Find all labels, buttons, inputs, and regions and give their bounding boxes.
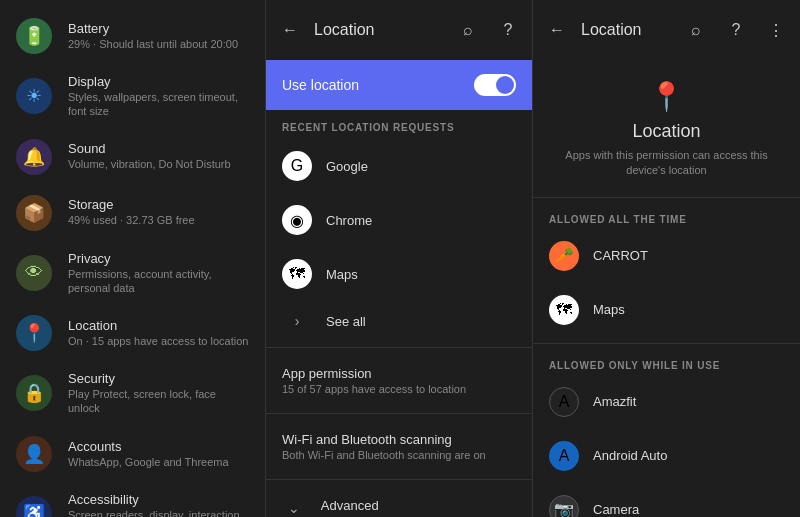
allowed-all-time-label: ALLOWED ALL THE TIME (533, 204, 800, 229)
location-pin-icon: 📍 (549, 80, 784, 113)
amazfit-icon: A (549, 387, 579, 417)
wifi-bt-item[interactable]: Wi-Fi and Bluetooth scanning Both Wi-Fi … (266, 420, 532, 473)
chrome-icon: ◉ (282, 205, 312, 235)
privacy-subtitle: Permissions, account activity, personal … (68, 267, 249, 296)
recent-app-google[interactable]: G Google (266, 139, 532, 193)
allowed-all-carrot[interactable]: 🥕 CARROT (533, 229, 800, 283)
maps-label: Maps (593, 302, 625, 317)
display-icon: ☀ (16, 78, 52, 114)
accounts-subtitle: WhatsApp, Google and Threema (68, 455, 249, 469)
settings-item-accessibility[interactable]: ♿ Accessibility Screen readers, display,… (0, 482, 265, 517)
recent-app-chrome[interactable]: ◉ Chrome (266, 193, 532, 247)
sound-icon: 🔔 (16, 139, 52, 175)
location-hero: 📍 Location Apps with this permission can… (533, 60, 800, 191)
security-subtitle: Play Protect, screen lock, face unlock (68, 387, 249, 416)
divider-3 (266, 479, 532, 480)
settings-item-battery[interactable]: 🔋 Battery 29% · Should last until about … (0, 8, 265, 64)
accounts-title: Accounts (68, 439, 249, 454)
allowed-while-android-auto[interactable]: A Android Auto (533, 429, 800, 483)
recent-app-maps[interactable]: 🗺 Maps (266, 247, 532, 301)
privacy-title: Privacy (68, 251, 249, 266)
accessibility-subtitle: Screen readers, display, interaction con… (68, 508, 249, 517)
location-icon: 📍 (16, 315, 52, 351)
display-title: Display (68, 74, 249, 89)
google-icon: G (282, 151, 312, 181)
sound-title: Sound (68, 141, 249, 156)
more-button-right[interactable]: ⋮ (760, 14, 792, 46)
use-location-toggle[interactable] (474, 74, 516, 96)
right-divider-2 (533, 343, 800, 344)
location-subtitle: On · 15 apps have access to location (68, 334, 249, 348)
divider-2 (266, 413, 532, 414)
wifi-bt-title: Wi-Fi and Bluetooth scanning (282, 432, 516, 447)
accounts-icon: 👤 (16, 436, 52, 472)
chevron-right-icon: › (282, 313, 312, 329)
settings-item-privacy[interactable]: 👁 Privacy Permissions, account activity,… (0, 241, 265, 306)
amazfit-label: Amazfit (593, 394, 636, 409)
battery-subtitle: 29% · Should last until about 20:00 (68, 37, 249, 51)
carrot-icon: 🥕 (549, 241, 579, 271)
battery-icon: 🔋 (16, 18, 52, 54)
security-title: Security (68, 371, 249, 386)
display-subtitle: Styles, wallpapers, screen timeout, font… (68, 90, 249, 119)
help-button-mid[interactable]: ? (492, 14, 524, 46)
sound-subtitle: Volume, vibration, Do Not Disturb (68, 157, 249, 171)
allowed-all-maps[interactable]: 🗺 Maps (533, 283, 800, 337)
advanced-row[interactable]: ⌄ Advanced Emergency Location Service, G… (266, 486, 532, 517)
right-divider-1 (533, 197, 800, 198)
settings-panel-left: 🔋 Battery 29% · Should last until about … (0, 0, 266, 517)
maps-icon: 🗺 (282, 259, 312, 289)
back-button[interactable]: ← (274, 14, 306, 46)
mid-title: Location (314, 21, 444, 39)
security-icon: 🔒 (16, 375, 52, 411)
app-permission-subtitle: 15 of 57 apps have access to location (282, 383, 516, 395)
allowed-while-camera[interactable]: 📷 Camera (533, 483, 800, 517)
android auto-label: Android Auto (593, 448, 667, 463)
allowed-while-amazfit[interactable]: A Amazfit (533, 375, 800, 429)
location-settings-panel: ← Location ⌕ ? Use location RECENT LOCAT… (266, 0, 533, 517)
settings-item-security[interactable]: 🔒 Security Play Protect, screen lock, fa… (0, 361, 265, 426)
android auto-icon: A (549, 441, 579, 471)
use-location-label: Use location (282, 77, 359, 93)
storage-title: Storage (68, 197, 249, 212)
location-hero-desc: Apps with this permission can access thi… (549, 148, 784, 179)
camera-icon: 📷 (549, 495, 579, 517)
wifi-bt-subtitle: Both Wi-Fi and Bluetooth scanning are on (282, 449, 516, 461)
see-all-label: See all (326, 314, 366, 329)
accessibility-icon: ♿ (16, 496, 52, 517)
help-button-right[interactable]: ? (720, 14, 752, 46)
advanced-title: Advanced (321, 498, 516, 513)
settings-item-location[interactable]: 📍 Location On · 15 apps have access to l… (0, 305, 265, 361)
app-permission-item[interactable]: App permission 15 of 57 apps have access… (266, 354, 532, 407)
storage-subtitle: 49% used · 32.73 GB free (68, 213, 249, 227)
allowed-while-use-label: ALLOWED ONLY WHILE IN USE (533, 350, 800, 375)
see-all-row[interactable]: › See all (266, 301, 532, 341)
divider-1 (266, 347, 532, 348)
use-location-row[interactable]: Use location (266, 60, 532, 110)
settings-item-accounts[interactable]: 👤 Accounts WhatsApp, Google and Threema (0, 426, 265, 482)
search-button-mid[interactable]: ⌕ (452, 14, 484, 46)
camera-label: Camera (593, 502, 639, 517)
accessibility-title: Accessibility (68, 492, 249, 507)
privacy-icon: 👁 (16, 255, 52, 291)
location-hero-title: Location (549, 121, 784, 142)
settings-item-storage[interactable]: 📦 Storage 49% used · 32.73 GB free (0, 185, 265, 241)
google-label: Google (326, 159, 368, 174)
location-title: Location (68, 318, 249, 333)
app-permission-title: App permission (282, 366, 516, 381)
search-button-right[interactable]: ⌕ (680, 14, 712, 46)
recent-section-label: RECENT LOCATION REQUESTS (266, 110, 532, 139)
carrot-label: CARROT (593, 248, 648, 263)
chrome-label: Chrome (326, 213, 372, 228)
back-button-right[interactable]: ← (541, 14, 573, 46)
settings-item-sound[interactable]: 🔔 Sound Volume, vibration, Do Not Distur… (0, 129, 265, 185)
location-permission-panel: ← Location ⌕ ? ⋮ 📍 Location Apps with th… (533, 0, 800, 517)
right-header: ← Location ⌕ ? ⋮ (533, 0, 800, 60)
chevron-down-icon: ⌄ (282, 500, 307, 516)
mid-header: ← Location ⌕ ? (266, 0, 532, 60)
settings-item-display[interactable]: ☀ Display Styles, wallpapers, screen tim… (0, 64, 265, 129)
maps-icon: 🗺 (549, 295, 579, 325)
storage-icon: 📦 (16, 195, 52, 231)
right-title: Location (581, 21, 672, 39)
maps-label: Maps (326, 267, 358, 282)
